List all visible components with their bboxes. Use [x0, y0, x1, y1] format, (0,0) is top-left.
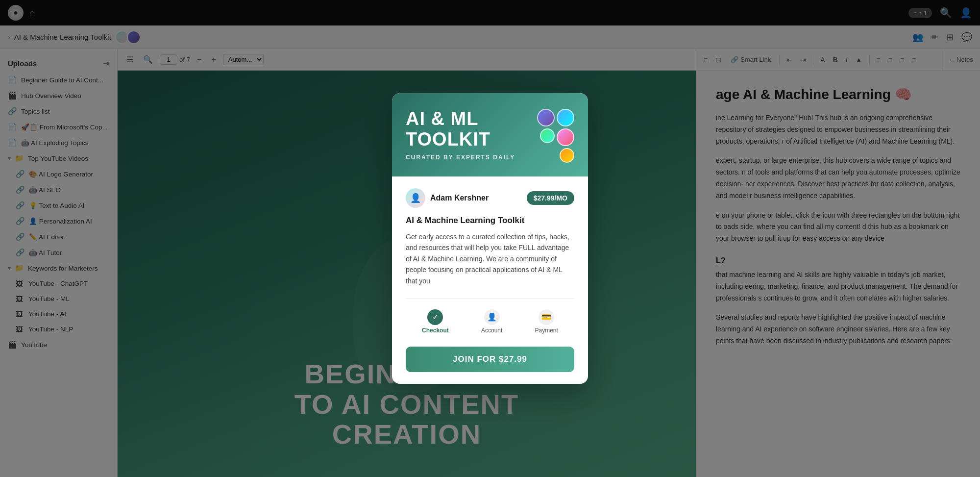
tab-account[interactable]: 👤 Account [473, 306, 510, 337]
modal-avatar-3 [540, 128, 555, 143]
modal-product-title: AI & Machine Learning Toolkit [406, 216, 574, 226]
modal-avatar-4 [557, 128, 574, 146]
modal-avatar-5 [560, 148, 574, 163]
modal-overlay[interactable]: AI & ML TOOLKIT CURATED BY EXPERTS DAILY [0, 0, 980, 477]
modal-subtitle: CURATED BY EXPERTS DAILY [406, 154, 515, 161]
modal-title: AI & ML TOOLKIT [406, 109, 515, 150]
modal-user-info: 👤 Adam Kershner [406, 188, 489, 208]
modal-user-avatar: 👤 [406, 188, 425, 208]
modal-title-block: AI & ML TOOLKIT CURATED BY EXPERTS DAILY [406, 109, 515, 161]
tab-checkout[interactable]: ✓ Checkout [414, 306, 457, 337]
modal-header: AI & ML TOOLKIT CURATED BY EXPERTS DAILY [392, 93, 588, 176]
checkout-icon: ✓ [427, 309, 443, 325]
account-icon: 👤 [484, 309, 500, 325]
account-label: Account [481, 327, 502, 334]
modal-avatar-1 [537, 109, 555, 126]
checkout-label: Checkout [422, 327, 449, 334]
avatar-row-bot [560, 148, 574, 163]
modal-avatar-2 [557, 109, 574, 126]
modal-tabs: ✓ Checkout 👤 Account 💳 Payment [406, 298, 574, 337]
modal-user-row: 👤 Adam Kershner $27.99/MO [406, 188, 574, 208]
join-button[interactable]: JOIN FOR $27.99 [406, 347, 574, 372]
modal-avatars [537, 109, 574, 163]
modal-body: 👤 Adam Kershner $27.99/MO AI & Machine L… [392, 176, 588, 384]
payment-icon: 💳 [539, 309, 554, 325]
avatar-row-top [537, 109, 574, 126]
user-avatar-img: 👤 [410, 193, 421, 203]
tab-payment[interactable]: 💳 Payment [527, 306, 566, 337]
payment-label: Payment [535, 327, 558, 334]
payment-modal: AI & ML TOOLKIT CURATED BY EXPERTS DAILY [392, 93, 588, 384]
avatar-row-mid [540, 128, 574, 146]
modal-user-name: Adam Kershner [430, 194, 489, 202]
modal-price-badge: $27.99/MO [527, 191, 574, 205]
modal-description: Get early access to a curated collection… [406, 231, 574, 286]
